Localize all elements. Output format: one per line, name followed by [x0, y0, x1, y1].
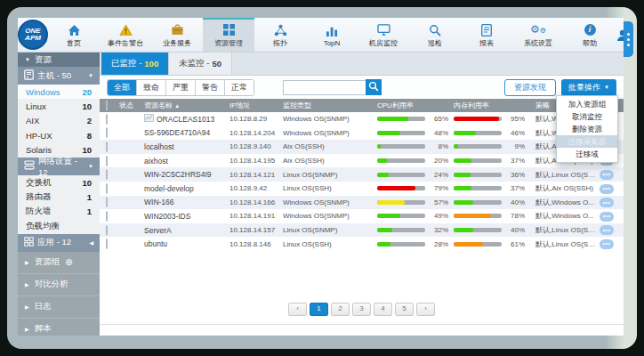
col-type[interactable]: 监控类型: [283, 101, 377, 110]
chevron-icon: ▼: [88, 164, 93, 169]
col-cpu[interactable]: CPU利用率: [377, 101, 454, 110]
sidebar-item-count: 1: [87, 192, 92, 202]
row-checkbox[interactable]: [106, 225, 108, 236]
sidebar-item-aix[interactable]: AIX2: [18, 114, 100, 128]
side-handle-dots[interactable]: [624, 21, 633, 57]
sort-asc-icon: ▲: [174, 103, 180, 109]
usage-value: 57%: [429, 198, 448, 206]
tab-1[interactable]: 未监控 -50: [169, 53, 232, 75]
sidebar-root-resources[interactable]: ▼ 资源: [18, 53, 100, 67]
nav-item-home[interactable]: 首页: [48, 18, 100, 52]
batch-operations-button[interactable]: 批量操作 ▼: [561, 79, 616, 96]
nav-item-label: TopN: [324, 39, 341, 47]
resource-discover-button[interactable]: 资源发现: [504, 79, 556, 96]
page-button-1[interactable]: 1: [310, 303, 328, 316]
row-more-button[interactable]: •••: [600, 184, 614, 194]
sidebar-item-hp-ux[interactable]: HP-UX8: [18, 128, 100, 142]
row-checkbox[interactable]: [106, 169, 108, 180]
page-button-4[interactable]: 4: [374, 303, 392, 316]
row-checkbox[interactable]: [106, 211, 108, 222]
resource-ip: 10.128.9.140: [229, 142, 283, 150]
col-status[interactable]: 状态: [119, 101, 144, 110]
search-button[interactable]: [366, 79, 382, 95]
row-checkbox[interactable]: [106, 127, 108, 138]
menu-item-3[interactable]: 迁移采集器: [557, 135, 617, 148]
usage-value: 9%: [505, 142, 525, 150]
row-more-button[interactable]: •••: [600, 170, 614, 180]
page-next-button[interactable]: ›: [416, 303, 435, 316]
filter-pill-2[interactable]: 严重: [166, 80, 196, 95]
sidebar-group-3[interactable]: ▶脚本: [18, 319, 100, 336]
page-button-3[interactable]: 3: [352, 303, 371, 316]
sidebar-section-label: 应用 - 12: [37, 237, 71, 248]
sidebar-item--[interactable]: 路由器1: [18, 190, 100, 204]
nav-items: 首页事件告警台业务服务资源管理拓扑TopN机房监控巡检报表⚙⚙系统设置i帮助: [48, 18, 616, 52]
sidebar-item-label: Solaris: [26, 145, 52, 155]
sidebar-section-apps[interactable]: 应用 - 12◀: [18, 234, 100, 252]
col-name-label: 资源名称: [144, 101, 173, 109]
row-more-button[interactable]: •••: [600, 212, 614, 222]
resource-name: WIN2003-IDS: [144, 212, 190, 221]
filter-pill-1[interactable]: 致命: [137, 80, 166, 95]
nav-item-label: 系统设置: [524, 38, 552, 48]
row-checkbox[interactable]: [106, 183, 108, 194]
row-checkbox[interactable]: [106, 239, 108, 249]
nav-item-search[interactable]: 巡检: [409, 18, 461, 52]
nav-item-grid[interactable]: 资源管理: [203, 18, 254, 52]
monitor-type: Linux OS(SNMP): [283, 171, 377, 179]
menu-item-2[interactable]: 删除资源: [557, 123, 617, 135]
col-mem[interactable]: 内存利用率: [454, 101, 535, 110]
tab-0[interactable]: 已监控 -100: [101, 53, 169, 75]
resource-name: ubuntu: [144, 239, 167, 248]
row-more-button[interactable]: •••: [600, 239, 614, 249]
page-button-2[interactable]: 2: [331, 303, 350, 316]
sidebar-item-linux[interactable]: Linux10: [18, 99, 100, 113]
add-icon[interactable]: ⊕: [65, 257, 72, 267]
table-row: ServerA10.128.14.157Linux OS(SNMP)32%40%…: [100, 223, 624, 238]
nav-item-help[interactable]: i帮助: [564, 18, 616, 52]
page-prev-button[interactable]: ‹: [288, 303, 307, 316]
nav-item-topn[interactable]: TopN: [306, 18, 358, 52]
table-row: ubuntu10.128.8.146Linux OS(SSH)28%61%默认,…: [100, 237, 624, 251]
home-icon: [68, 23, 81, 36]
resource-ip: 10.128.14.157: [229, 226, 283, 234]
sidebar-section-host[interactable]: 主机 - 50▼: [18, 67, 100, 85]
usage-value: 8%: [429, 142, 448, 150]
filter-pill-0[interactable]: 全部: [108, 80, 137, 95]
select-all-checkbox[interactable]: [106, 101, 108, 110]
sidebar-item--[interactable]: 负载均衡: [18, 219, 100, 233]
row-checkbox[interactable]: [106, 156, 108, 166]
search-input[interactable]: [283, 80, 366, 95]
sidebar-item-windows[interactable]: Windows20: [18, 85, 100, 99]
nav-item-briefcase[interactable]: 业务服务: [151, 18, 203, 52]
nav-item-topology[interactable]: 拓扑: [254, 18, 306, 52]
filter-pill-3[interactable]: 警告: [196, 80, 225, 95]
row-more-button[interactable]: •••: [600, 198, 614, 207]
filter-pill-4[interactable]: 正常: [225, 80, 254, 95]
sidebar-item--[interactable]: 交换机10: [18, 175, 100, 190]
table-header: 状态 资源名称 ▲ IP地址 监控类型 CPU利用率 内存利用率 策略: [100, 99, 624, 112]
nav-item-alert[interactable]: 事件告警台: [100, 18, 151, 52]
col-ip[interactable]: IP地址: [229, 101, 283, 110]
nav-item-monitor[interactable]: 机房监控: [358, 18, 409, 52]
row-checkbox[interactable]: [106, 114, 108, 125]
nav-item-settings[interactable]: ⚙⚙系统设置: [512, 18, 564, 52]
grid-icon: [223, 23, 235, 36]
col-name[interactable]: 资源名称 ▲: [144, 101, 229, 110]
menu-item-0[interactable]: 加入资源组: [557, 98, 617, 110]
nav-item-report[interactable]: 报表: [461, 18, 512, 52]
usage-value: 24%: [429, 171, 448, 179]
sidebar-group-1[interactable]: ▶对比分析: [18, 274, 100, 296]
page-button-5[interactable]: 5: [395, 303, 414, 316]
sidebar-item-label: 负载均衡: [26, 221, 60, 232]
row-checkbox[interactable]: [106, 142, 108, 152]
menu-item-4[interactable]: 迁移域: [557, 148, 617, 160]
user-menu[interactable]: ▼: [616, 18, 624, 52]
sidebar-item--[interactable]: 防火墙1: [18, 205, 100, 219]
sidebar-group-0[interactable]: ▶资源组⊕: [18, 252, 100, 274]
menu-item-1[interactable]: 取消监控: [557, 110, 617, 123]
row-more-button[interactable]: •••: [600, 225, 614, 235]
row-checkbox[interactable]: [106, 197, 108, 207]
sidebar-group-2[interactable]: ▶日志: [18, 296, 100, 319]
sidebar-section-network[interactable]: 网络设置 - 12▼: [18, 158, 100, 175]
